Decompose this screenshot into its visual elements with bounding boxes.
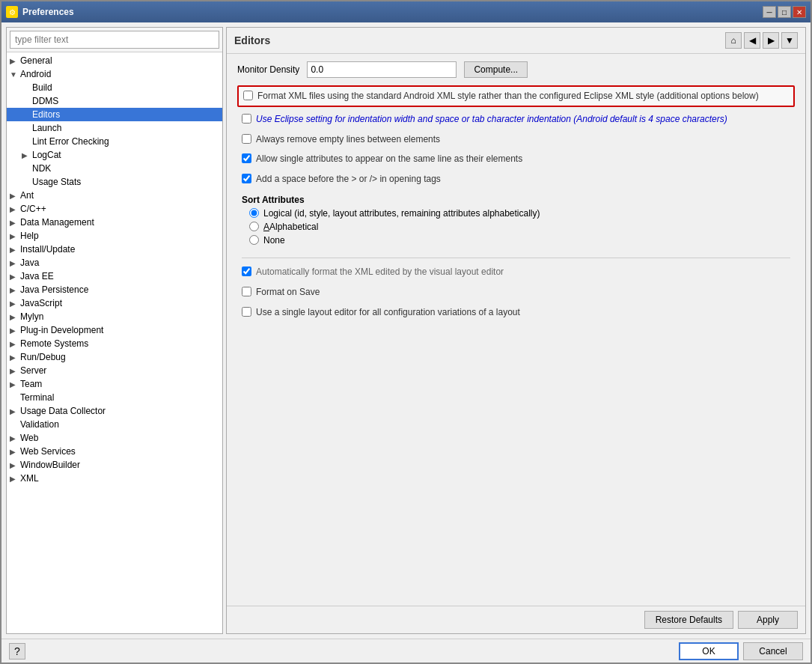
tree-item-mylyn[interactable]: ▶ Mylyn	[7, 310, 222, 323]
nav-menu-button[interactable]: ▼	[781, 32, 798, 49]
tree-item-java-ee[interactable]: ▶ Java EE	[7, 269, 222, 283]
space-before-gt-option: Add a space before the > or /> in openin…	[237, 171, 795, 187]
nav-home-button[interactable]: ⌂	[725, 32, 742, 49]
arrow-mylyn: ▶	[10, 313, 20, 321]
label-ddms: DDMS	[32, 96, 58, 106]
label-terminal: Terminal	[20, 392, 54, 403]
tree-item-usage-stats[interactable]: Usage Stats	[7, 175, 222, 189]
help-icon: ?	[14, 645, 20, 657]
auto-format-checkbox[interactable]	[242, 266, 251, 276]
arrow-team: ▶	[10, 380, 20, 389]
tree-item-run-debug[interactable]: ▶ Run/Debug	[7, 350, 222, 364]
label-remote-systems: Remote Systems	[20, 338, 88, 349]
label-run-debug: Run/Debug	[20, 352, 66, 362]
label-java: Java	[20, 258, 39, 268]
monitor-density-input[interactable]	[307, 61, 457, 78]
main-content: ▶ General ▼ Android Build DDMS	[1, 22, 811, 639]
tree-item-validation[interactable]: Validation	[7, 418, 222, 431]
sort-logical-radio[interactable]	[249, 208, 259, 218]
cancel-button[interactable]: Cancel	[743, 642, 803, 660]
tree-item-logcat[interactable]: ▶ LogCat	[7, 148, 222, 162]
use-eclipse-text: Use Eclipse setting for indentation widt…	[256, 113, 727, 126]
tree-item-java[interactable]: ▶ Java	[7, 256, 222, 269]
app-icon: ⚙	[6, 6, 18, 18]
space-before-gt-checkbox[interactable]	[242, 174, 251, 183]
use-eclipse-checkbox[interactable]	[242, 114, 251, 124]
filter-input[interactable]	[10, 31, 219, 49]
label-help: Help	[20, 231, 39, 241]
tree-item-install-update[interactable]: ▶ Install/Update	[7, 243, 222, 256]
minimize-button[interactable]: ─	[763, 6, 776, 18]
single-attributes-option: Allow single attributes to appear on the…	[237, 151, 795, 167]
help-button[interactable]: ?	[9, 643, 25, 660]
filter-wrapper	[7, 28, 222, 52]
restore-defaults-button[interactable]: Restore Defaults	[644, 611, 733, 629]
close-button[interactable]: ✕	[793, 6, 806, 18]
tree-item-ndk[interactable]: NDK	[7, 162, 222, 175]
footer-bar: ? OK Cancel	[1, 639, 811, 663]
arrow-java: ▶	[10, 259, 20, 267]
tree-item-web-services[interactable]: ▶ Web Services	[7, 445, 222, 458]
tree-item-server[interactable]: ▶ Server	[7, 364, 222, 377]
tree-item-launch[interactable]: Launch	[7, 121, 222, 135]
ok-button[interactable]: OK	[679, 642, 739, 660]
tree-item-cpp[interactable]: ▶ C/C++	[7, 202, 222, 216]
tree-item-remote-systems[interactable]: ▶ Remote Systems	[7, 337, 222, 350]
tree-item-java-persistence[interactable]: ▶ Java Persistence	[7, 283, 222, 296]
sort-none-row: None	[242, 235, 790, 246]
label-general: General	[20, 55, 52, 66]
tree-item-plugin-dev[interactable]: ▶ Plug-in Development	[7, 323, 222, 337]
label-launch: Launch	[32, 123, 61, 133]
footer-right-buttons: OK Cancel	[679, 642, 803, 660]
compute-button[interactable]: Compute...	[464, 61, 528, 78]
sort-alphabetical-label: AAlphabetical	[263, 222, 318, 232]
label-usage-stats: Usage Stats	[32, 177, 81, 187]
arrow-general: ▶	[10, 57, 20, 65]
format-on-save-option: Format on Save	[237, 284, 795, 300]
auto-format-text: Automatically format the XML edited by t…	[256, 266, 504, 278]
window-title: Preferences	[22, 7, 74, 17]
tree-item-terminal[interactable]: Terminal	[7, 391, 222, 404]
label-javascript: JavaScript	[20, 298, 62, 308]
remove-empty-lines-checkbox[interactable]	[242, 134, 251, 144]
tree-item-ddms[interactable]: DDMS	[7, 94, 222, 108]
tree-item-editors[interactable]: Editors	[7, 108, 222, 121]
tree-item-help[interactable]: ▶ Help	[7, 229, 222, 243]
format-on-save-checkbox[interactable]	[242, 287, 251, 296]
tree-item-lint[interactable]: Lint Error Checking	[7, 135, 222, 148]
maximize-button[interactable]: □	[778, 6, 791, 18]
sort-none-radio[interactable]	[249, 235, 259, 245]
single-attributes-checkbox[interactable]	[242, 153, 251, 163]
titlebar-left: ⚙ Preferences	[6, 6, 74, 18]
label-build: Build	[32, 82, 52, 93]
arrow-remote-systems: ▶	[10, 340, 20, 348]
format-xml-checkbox[interactable]	[243, 91, 253, 100]
tree-item-general[interactable]: ▶ General	[7, 54, 222, 67]
nav-back-button[interactable]: ◀	[744, 32, 760, 49]
arrow-web: ▶	[10, 434, 20, 442]
label-java-persistence: Java Persistence	[20, 284, 88, 295]
single-attributes-text: Allow single attributes to appear on the…	[256, 153, 522, 165]
tree-item-ant[interactable]: ▶ Ant	[7, 189, 222, 202]
tree-item-web[interactable]: ▶ Web	[7, 431, 222, 445]
nav-forward-button[interactable]: ▶	[763, 32, 779, 49]
tree-item-android[interactable]: ▼ Android	[7, 67, 222, 81]
right-body: Monitor Density Compute... Format XML fi…	[227, 54, 805, 606]
label-install-update: Install/Update	[20, 244, 75, 255]
tree-item-window-builder[interactable]: ▶ WindowBuilder	[7, 458, 222, 472]
tree-item-usage-data-collector[interactable]: ▶ Usage Data Collector	[7, 404, 222, 418]
tree-item-data-management[interactable]: ▶ Data Management	[7, 216, 222, 229]
label-android: Android	[20, 69, 51, 79]
right-header: Editors ⌂ ◀ ▶ ▼	[227, 28, 805, 54]
tree-item-team[interactable]: ▶ Team	[7, 377, 222, 391]
sort-alphabetical-row: AAlphabetical	[242, 222, 790, 232]
sort-logical-label: Logical (id, style, layout attributes, r…	[263, 208, 540, 219]
arrow-help: ▶	[10, 232, 20, 240]
sort-alphabetical-radio[interactable]	[249, 222, 259, 231]
single-layout-editor-text: Use a single layout editor for all confi…	[256, 306, 520, 319]
tree-item-xml[interactable]: ▶ XML	[7, 472, 222, 485]
apply-button[interactable]: Apply	[738, 611, 798, 629]
tree-item-build[interactable]: Build	[7, 81, 222, 94]
tree-item-javascript[interactable]: ▶ JavaScript	[7, 296, 222, 310]
single-layout-editor-checkbox[interactable]	[242, 307, 251, 317]
